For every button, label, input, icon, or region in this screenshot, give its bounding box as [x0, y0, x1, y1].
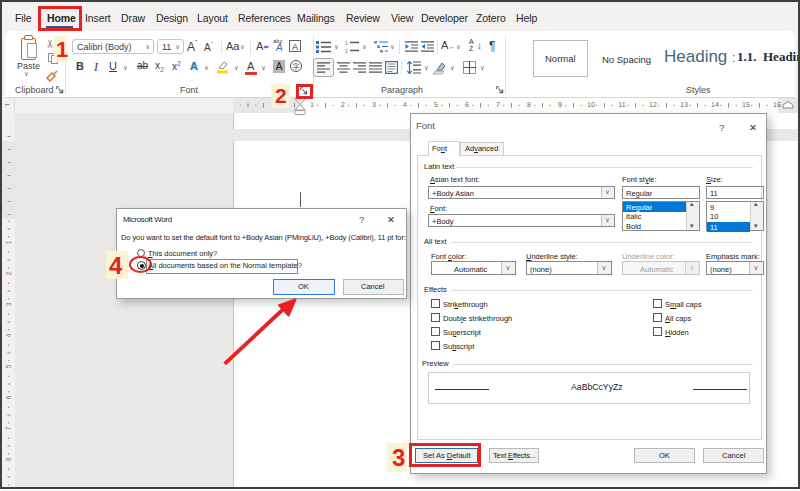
- svg-text:2: 2: [345, 48, 348, 53]
- svg-text:1: 1: [345, 41, 348, 46]
